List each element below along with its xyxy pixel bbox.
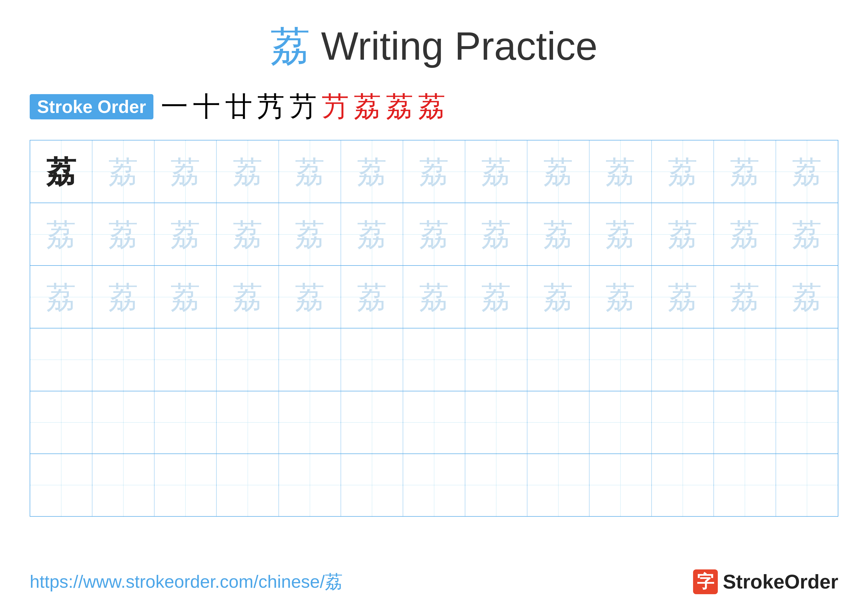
practice-char-ghost: 荔 [606, 219, 635, 249]
practice-char-ghost: 荔 [792, 219, 822, 249]
grid-cell[interactable]: 荔 [154, 203, 217, 265]
grid-cell[interactable]: 荔 [465, 266, 527, 328]
grid-cell[interactable] [465, 391, 527, 454]
practice-char-ghost: 荔 [481, 282, 511, 312]
grid-cell[interactable] [714, 454, 776, 516]
grid-cell[interactable]: 荔 [30, 203, 92, 265]
grid-cell[interactable]: 荔 [403, 266, 465, 328]
grid-cell[interactable]: 荔 [652, 140, 714, 203]
grid-cell[interactable]: 荔 [154, 140, 217, 203]
practice-char-ghost: 荔 [668, 157, 698, 187]
stroke-8: 荔 [386, 88, 413, 125]
practice-char-ghost: 荔 [46, 282, 76, 312]
grid-cell[interactable]: 荔 [403, 203, 465, 265]
grid-cell[interactable]: 荔 [217, 140, 279, 203]
grid-cell[interactable] [527, 328, 589, 390]
grid-cell[interactable]: 荔 [714, 203, 776, 265]
practice-char-ghost: 荔 [419, 282, 449, 312]
grid-cell[interactable] [527, 391, 589, 454]
grid-cell[interactable]: 荔 [341, 203, 403, 265]
grid-cell[interactable] [217, 454, 279, 516]
grid-cell[interactable] [279, 454, 341, 516]
grid-cell[interactable] [652, 328, 714, 390]
grid-cell[interactable]: 荔 [279, 203, 341, 265]
grid-cell[interactable]: 荔 [92, 203, 154, 265]
grid-cell[interactable] [341, 328, 403, 390]
grid-cell[interactable]: 荔 [217, 203, 279, 265]
grid-cell[interactable] [279, 391, 341, 454]
grid-cell[interactable] [92, 391, 154, 454]
grid-cell[interactable]: 荔 [154, 266, 217, 328]
practice-char-ghost: 荔 [295, 219, 325, 249]
grid-cell[interactable]: 荔 [776, 266, 838, 328]
grid-cell[interactable]: 荔 [279, 266, 341, 328]
grid-cell[interactable] [92, 328, 154, 390]
grid-cell[interactable]: 荔 [30, 140, 92, 203]
practice-char-ghost: 荔 [606, 282, 635, 312]
stroke-order-row: Stroke Order 一 十 廿 艿 芀 芀 荔 荔 荔 [30, 88, 838, 125]
grid-cell[interactable]: 荔 [403, 140, 465, 203]
stroke-7: 荔 [354, 88, 381, 125]
grid-cell[interactable]: 荔 [652, 203, 714, 265]
grid-cell[interactable]: 荔 [465, 140, 527, 203]
grid-cell[interactable] [776, 328, 838, 390]
grid-cell[interactable]: 荔 [341, 266, 403, 328]
grid-cell[interactable] [589, 454, 651, 516]
practice-char-ghost: 荔 [357, 157, 387, 187]
grid-cell[interactable]: 荔 [714, 140, 776, 203]
grid-cell[interactable]: 荔 [527, 140, 589, 203]
practice-char-ghost: 荔 [170, 282, 200, 312]
practice-char-ghost: 荔 [543, 219, 573, 249]
grid-cell[interactable] [154, 328, 217, 390]
grid-cell[interactable]: 荔 [341, 140, 403, 203]
grid-cell[interactable] [714, 328, 776, 390]
grid-cell[interactable] [30, 391, 92, 454]
grid-cell[interactable] [403, 391, 465, 454]
grid-cell[interactable]: 荔 [776, 140, 838, 203]
practice-grid: 荔荔荔荔荔荔荔荔荔荔荔荔荔荔荔荔荔荔荔荔荔荔荔荔荔荔荔荔荔荔荔荔荔荔荔荔荔荔荔 [30, 140, 838, 517]
grid-cell[interactable] [154, 391, 217, 454]
grid-cell[interactable]: 荔 [589, 203, 651, 265]
grid-cell[interactable] [714, 391, 776, 454]
grid-cell[interactable]: 荔 [714, 266, 776, 328]
practice-char-ghost: 荔 [730, 157, 760, 187]
grid-cell[interactable]: 荔 [217, 266, 279, 328]
grid-cell[interactable]: 荔 [527, 203, 589, 265]
grid-cell[interactable]: 荔 [92, 266, 154, 328]
grid-cell[interactable] [403, 454, 465, 516]
grid-cell[interactable]: 荔 [652, 266, 714, 328]
title-text: Writing Practice [321, 24, 598, 68]
practice-char-ghost: 荔 [170, 219, 200, 249]
grid-cell[interactable] [217, 328, 279, 390]
grid-cell[interactable] [776, 391, 838, 454]
grid-cell[interactable] [465, 328, 527, 390]
grid-cell[interactable]: 荔 [527, 266, 589, 328]
grid-cell[interactable] [217, 391, 279, 454]
grid-cell[interactable] [403, 328, 465, 390]
footer-logo: 字 StrokeOrder [693, 569, 838, 594]
grid-cell[interactable]: 荔 [589, 140, 651, 203]
grid-cell[interactable]: 荔 [92, 140, 154, 203]
grid-cell[interactable] [341, 454, 403, 516]
grid-cell[interactable] [92, 454, 154, 516]
grid-cell[interactable] [465, 454, 527, 516]
stroke-6: 芀 [322, 88, 349, 125]
grid-cell[interactable] [30, 454, 92, 516]
grid-cell[interactable]: 荔 [589, 266, 651, 328]
grid-cell[interactable] [589, 391, 651, 454]
grid-cell[interactable] [341, 391, 403, 454]
grid-cell[interactable]: 荔 [30, 266, 92, 328]
grid-cell[interactable] [279, 328, 341, 390]
stroke-order-chars: 一 十 廿 艿 芀 芀 荔 荔 荔 [161, 88, 445, 125]
grid-cell[interactable]: 荔 [465, 203, 527, 265]
grid-cell[interactable] [154, 454, 217, 516]
practice-char-ghost: 荔 [606, 157, 635, 187]
grid-cell[interactable] [652, 454, 714, 516]
grid-cell[interactable] [776, 454, 838, 516]
grid-cell[interactable] [652, 391, 714, 454]
grid-cell[interactable]: 荔 [776, 203, 838, 265]
grid-cell[interactable] [30, 328, 92, 390]
grid-cell[interactable]: 荔 [279, 140, 341, 203]
grid-cell[interactable] [589, 328, 651, 390]
grid-cell[interactable] [527, 454, 589, 516]
